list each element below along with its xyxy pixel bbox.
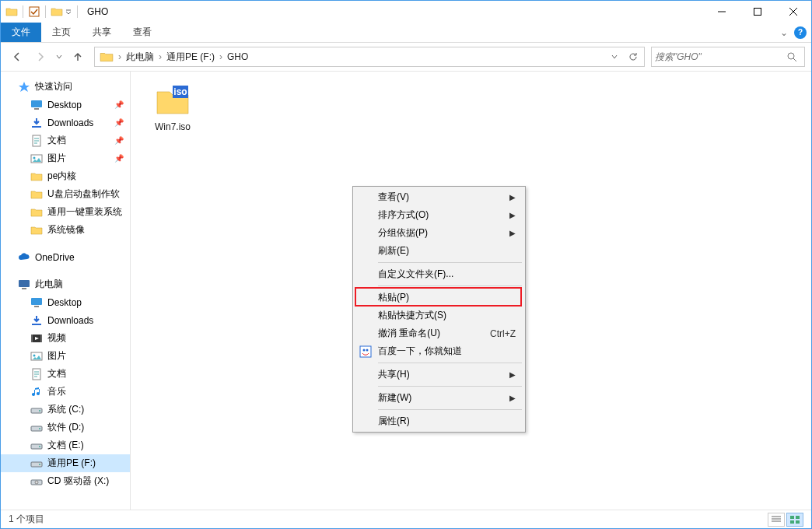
ribbon-tabs: 文件 主页 共享 查看 ⌄ ? [1,23,811,43]
svg-point-27 [39,464,40,465]
tab-label: 主页 [52,26,71,39]
menu-separator [378,286,522,286]
documents-icon [30,368,43,380]
sidebar-item[interactable]: 通用一键重装系统 [1,203,130,221]
menu-item[interactable]: 百度一下，你就知道 [355,342,523,360]
sidebar-item[interactable]: Downloads📌 [1,114,130,131]
minimize-button[interactable] [704,1,740,23]
sidebar-item[interactable]: 文档 (E:) [1,436,130,454]
folder-icon [30,170,43,183]
ribbon-expand-icon[interactable]: ⌄ [780,27,788,38]
search-box[interactable] [651,47,805,67]
tab-home[interactable]: 主页 [41,23,82,42]
menu-item-label: 粘贴(P) [378,291,409,304]
sidebar-item[interactable]: 图片 [1,347,130,365]
help-button[interactable]: ? [794,26,807,39]
navigation-pane[interactable]: 快速访问 Desktop📌Downloads📌文档📌图片📌pe内核U盘启动盘制作… [1,72,131,510]
svg-point-38 [366,349,369,351]
sidebar-item[interactable]: Desktop [1,293,130,311]
address-bar[interactable]: › 此电脑 › 通用PE (F:) › GHO [94,47,645,67]
menu-item[interactable]: 共享(H)▶ [355,366,523,384]
search-icon[interactable] [782,51,801,62]
details-view-button[interactable] [768,513,785,527]
videos-icon [30,332,43,345]
sidebar-this-pc[interactable]: 此电脑 [1,275,130,293]
menu-item[interactable]: 撤消 重命名(U)Ctrl+Z [355,324,523,342]
sidebar-item-label: 图片 [47,349,66,363]
window-title: GHO [87,6,108,17]
menu-item[interactable]: 粘贴快捷方式(S) [355,307,523,324]
up-button[interactable] [68,47,88,67]
sidebar-item[interactable]: 图片📌 [1,149,130,167]
pictures-icon [30,152,43,165]
menu-item[interactable]: 刷新(E) [355,242,523,260]
folder-icon [30,188,43,201]
refresh-button[interactable] [624,47,642,66]
menu-item[interactable]: 粘贴(P) [355,289,523,307]
sidebar-item-label: Desktop [47,297,82,308]
sidebar-item[interactable]: 通用PE (F:) [1,454,130,472]
address-dropdown[interactable] [605,47,624,66]
tab-share[interactable]: 共享 [82,23,122,42]
menu-item[interactable]: 分组依据(P)▶ [355,224,523,242]
search-input[interactable] [655,51,782,62]
sidebar-onedrive[interactable]: OneDrive [1,248,130,266]
sidebar-item[interactable]: 系统 (C:) [1,401,130,419]
sidebar-quick-access[interactable]: 快速访问 [1,78,130,96]
sidebar-item[interactable]: 文档 [1,365,130,383]
chevron-right-icon[interactable]: › [117,51,123,62]
svg-rect-34 [790,520,794,524]
svg-point-8 [33,156,36,159]
tab-view[interactable]: 查看 [122,23,163,42]
file-item[interactable]: iso Win7.iso [142,81,204,132]
sidebar-item[interactable]: CD 驱动器 (X:) [1,472,130,490]
sidebar-item-label: 图片 [47,152,66,165]
nav-bar: › 此电脑 › 通用PE (F:) › GHO [1,43,811,71]
menu-item[interactable]: 排序方式(O)▶ [355,206,523,224]
folder-icon [30,206,43,219]
svg-text:iso: iso [173,86,187,97]
sidebar-item[interactable]: 文档📌 [1,131,130,149]
crumb-drive[interactable]: 通用PE (F:) [163,47,218,66]
sidebar-item[interactable]: 软件 (D:) [1,419,130,436]
crumb-this-pc[interactable]: 此电脑 [123,47,157,66]
back-button[interactable] [7,47,27,67]
qat-dropdown-icon[interactable] [65,5,72,18]
history-dropdown[interactable] [54,47,65,67]
menu-separator [378,409,522,410]
qat-properties-icon[interactable] [28,5,40,18]
sidebar-item[interactable]: U盘启动盘制作软 [1,185,130,203]
sidebar-item[interactable]: 系统镜像 [1,221,130,239]
sidebar-item[interactable]: Downloads [1,311,130,329]
sidebar-item-label: Desktop [47,100,82,110]
svg-rect-4 [34,108,39,110]
desktop-icon [30,296,43,309]
menu-item[interactable]: 新建(W)▶ [355,389,523,407]
pin-icon: 📌 [114,136,124,145]
svg-point-25 [39,446,40,447]
forward-button[interactable] [30,47,51,67]
sidebar-item-label: 系统 (C:) [47,403,84,416]
status-bar: 1 个项目 [1,510,811,528]
menu-item[interactable]: 自定义文件夹(F)... [355,265,523,283]
close-button[interactable] [775,1,811,23]
icons-view-button[interactable] [786,513,803,527]
crumb-folder[interactable]: GHO [224,47,251,66]
maximize-button[interactable] [740,1,775,23]
monitor-icon [18,279,30,291]
menu-separator [378,363,522,363]
sidebar-item-label: Downloads [47,117,93,128]
menu-item[interactable]: 查看(V)▶ [355,188,523,206]
menu-item[interactable]: 属性(R) [355,412,523,430]
sidebar-item[interactable]: pe内核 [1,167,130,185]
sidebar-item[interactable]: 音乐 [1,383,130,401]
chevron-right-icon[interactable]: › [157,51,163,62]
downloads-icon [30,314,43,327]
folder-icon [100,50,114,64]
tab-file[interactable]: 文件 [1,23,41,42]
sidebar-item[interactable]: 视频 [1,329,130,347]
chevron-right-icon[interactable]: › [218,51,224,62]
sidebar-item[interactable]: Desktop📌 [1,96,130,114]
folder-icon [5,5,18,18]
menu-item-label: 排序方式(O) [378,208,429,222]
